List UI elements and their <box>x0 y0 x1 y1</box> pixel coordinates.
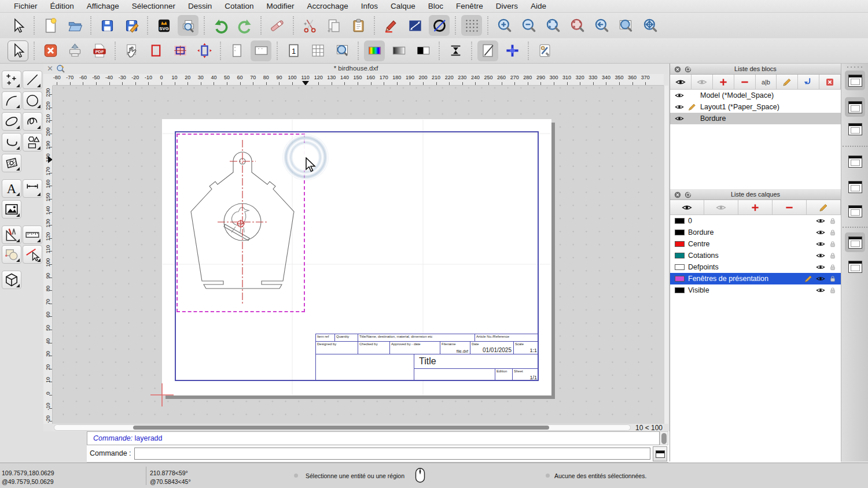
page1-icon[interactable]: 1 <box>283 40 304 61</box>
pencil-icon[interactable] <box>777 75 798 89</box>
delx-icon[interactable] <box>819 75 841 89</box>
spline-tool-icon[interactable] <box>23 112 42 131</box>
pencilred-icon[interactable] <box>380 15 401 36</box>
layer-row[interactable]: Visible <box>670 284 841 296</box>
preview-icon[interactable] <box>178 15 198 36</box>
zback-icon[interactable] <box>591 15 612 36</box>
layer-row-icons[interactable] <box>816 251 837 260</box>
dock-layer-list-icon[interactable] <box>845 151 865 171</box>
fit-icon[interactable] <box>194 40 215 61</box>
zout-icon[interactable] <box>518 15 539 36</box>
dock-clipboard-icon[interactable] <box>845 257 865 276</box>
dock-filter-icon[interactable] <box>845 177 865 197</box>
vport2-icon[interactable] <box>170 40 190 61</box>
command-scroll-thumb[interactable] <box>661 433 667 444</box>
layer-row-icons[interactable] <box>816 263 837 272</box>
insert-icon[interactable] <box>798 75 819 89</box>
visibility-eye-icon[interactable] <box>675 102 684 112</box>
plus-icon[interactable] <box>738 200 773 215</box>
layer-row[interactable]: Cotations <box>670 250 841 261</box>
drawing-canvas[interactable]: Item ref Quantity Title/Name, destinatio… <box>53 86 664 424</box>
block-row[interactable]: Model (*Model_Space) <box>670 90 841 101</box>
image-tool-icon[interactable] <box>2 200 21 219</box>
horizontal-scrollbar[interactable]: 10 < 100 <box>53 424 664 431</box>
hscroll-track[interactable] <box>54 424 631 431</box>
new-icon[interactable] <box>40 15 61 36</box>
closex-icon[interactable] <box>40 40 61 61</box>
layer-row[interactable]: Defpoints <box>670 261 841 273</box>
menu-selectionner[interactable]: Sélectionner <box>126 2 182 10</box>
pages-icon[interactable] <box>307 40 328 61</box>
textA-tool-icon[interactable]: A <box>2 179 21 198</box>
command-history[interactable]: Commande: layeradd <box>87 431 660 445</box>
bw-icon[interactable] <box>413 40 433 61</box>
polyline-tool-icon[interactable] <box>2 133 21 151</box>
shapes-tool-icon[interactable] <box>23 133 42 151</box>
crosshair-icon[interactable] <box>502 40 523 61</box>
dock-pen-icon[interactable] <box>845 201 865 221</box>
cursor-icon[interactable] <box>8 15 28 36</box>
save-icon[interactable] <box>97 15 117 36</box>
vertical-scrollbar[interactable] <box>664 86 668 424</box>
block-row[interactable]: Bordure <box>670 113 841 124</box>
saveas-icon[interactable] <box>121 15 142 36</box>
landscape-icon[interactable] <box>251 40 271 61</box>
pencil-icon[interactable] <box>807 200 841 215</box>
block-row[interactable]: Layout1 (*Paper_Space) <box>670 101 841 113</box>
dock-command-icon[interactable] <box>845 232 865 252</box>
eye-icon[interactable] <box>670 75 692 89</box>
layer-row-icons[interactable] <box>804 274 837 283</box>
menu-modifier[interactable]: Modifier <box>260 2 300 10</box>
layer-row-icons[interactable] <box>816 216 837 225</box>
zin-icon[interactable] <box>494 15 514 36</box>
open-icon[interactable] <box>64 15 85 36</box>
menu-infos[interactable]: Infos <box>355 2 384 10</box>
portrait-icon[interactable] <box>226 40 247 61</box>
visibility-eye-icon[interactable] <box>675 91 684 100</box>
eraser-icon[interactable] <box>267 15 288 36</box>
ruler-tool-icon[interactable] <box>23 225 42 244</box>
boolean-tool-icon[interactable] <box>2 245 21 264</box>
zwindow-icon[interactable] <box>615 15 636 36</box>
layer-row[interactable]: 0 <box>670 215 841 227</box>
menu-edition[interactable]: Édition <box>44 2 80 10</box>
layer-row-icons[interactable] <box>816 239 837 249</box>
cut-icon[interactable] <box>299 15 320 36</box>
dim-tool-icon[interactable] <box>23 179 42 198</box>
bowtie-icon[interactable] <box>445 40 466 61</box>
copy-icon[interactable] <box>323 15 344 36</box>
hscroll-thumb[interactable] <box>133 426 549 430</box>
menu-calque[interactable]: Calque <box>384 2 422 10</box>
menu-aide[interactable]: Aide <box>524 2 553 10</box>
arc-tool-icon[interactable] <box>2 91 21 110</box>
redo-icon[interactable] <box>234 15 255 36</box>
ab-icon[interactable]: a|b <box>756 75 777 89</box>
eyegray-icon[interactable] <box>704 200 738 215</box>
menu-accrochage[interactable]: Accrochage <box>300 2 354 10</box>
hatch-tool-icon[interactable] <box>2 154 21 172</box>
layer-row[interactable]: Bordure <box>670 227 841 238</box>
menu-fichier[interactable]: Fichier <box>8 2 44 10</box>
paste-icon[interactable] <box>348 15 369 36</box>
eyegray-icon[interactable] <box>692 75 713 89</box>
grid-icon[interactable] <box>461 15 482 36</box>
menu-divers[interactable]: Divers <box>490 2 524 10</box>
zpan-icon[interactable] <box>639 15 660 36</box>
drafttools-tool-icon[interactable] <box>2 225 21 244</box>
visibility-eye-icon[interactable] <box>675 114 684 123</box>
command-input[interactable] <box>134 448 650 460</box>
cursor2-icon[interactable] <box>8 40 28 61</box>
printup-icon[interactable] <box>64 40 85 61</box>
circle-tool-icon[interactable] <box>23 91 42 110</box>
vport-icon[interactable] <box>145 40 166 61</box>
draft-icon[interactable] <box>477 40 498 61</box>
dock-library-icon[interactable] <box>845 97 865 117</box>
plus-icon[interactable] <box>713 75 734 89</box>
command-popout-button[interactable] <box>653 446 667 461</box>
pdf-icon[interactable]: PDF <box>89 40 109 61</box>
menu-fenetre[interactable]: Fenêtre <box>450 2 490 10</box>
layer-row[interactable]: Fenêtres de présentation <box>670 273 841 284</box>
layer-row-icons[interactable] <box>816 228 837 237</box>
command-scrollbar[interactable] <box>660 431 668 445</box>
grayscale-icon[interactable] <box>388 40 409 61</box>
